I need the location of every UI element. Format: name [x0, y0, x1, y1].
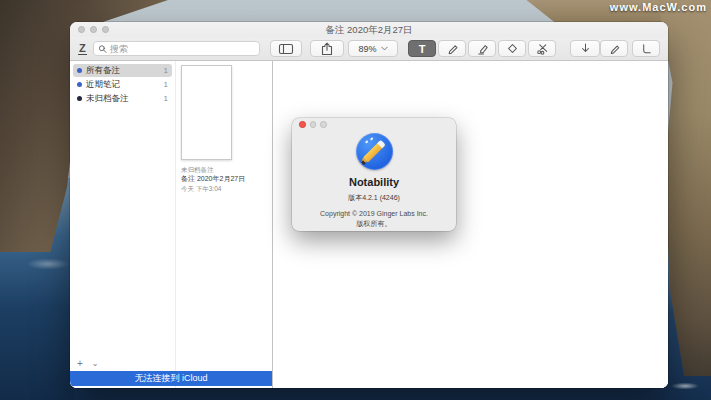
- sidebar-item-all-notes[interactable]: 所有备注 1: [73, 64, 172, 77]
- sidebar-toggle-icon: [278, 42, 294, 56]
- tool-group: T: [408, 40, 556, 57]
- desktop: www.MacW.com 备注 2020年2月27日 Z 89%: [0, 0, 711, 400]
- note-subject: 未归档备注: [181, 165, 247, 174]
- notability-app-icon: [356, 133, 393, 170]
- search-input[interactable]: [110, 44, 255, 54]
- dialog-minimize-button[interactable]: [310, 121, 317, 128]
- subject-label: 近期笔记: [86, 79, 120, 91]
- subject-dot-icon: [77, 82, 82, 87]
- app-version: 版本4.2.1 (4246): [292, 193, 456, 203]
- eraser-tool-button[interactable]: [498, 40, 526, 57]
- about-dialog-body: Notability 版本4.2.1 (4246) Copyright © 20…: [292, 133, 456, 229]
- toolbar: Z 89% T: [70, 37, 668, 61]
- window-content: 所有备注 1 近期笔记 1 未归档备注 1: [70, 61, 668, 388]
- diamond-eraser-icon: [506, 42, 519, 55]
- icloud-status-text: 无法连接到 iCloud: [134, 372, 207, 385]
- corner-icon: [640, 42, 653, 55]
- share-icon: [320, 42, 334, 56]
- zoom-level-value: 89%: [359, 44, 377, 54]
- note-timestamp: 今天 下午3:04: [181, 184, 247, 193]
- pen-tool-button[interactable]: [438, 40, 466, 57]
- scissors-icon: [536, 42, 549, 55]
- search-field[interactable]: [93, 41, 261, 56]
- download-arrow-button[interactable]: [570, 40, 600, 57]
- copyright-line1: Copyright © 2019 Ginger Labs Inc.: [292, 209, 456, 219]
- sidebar-toggle-button[interactable]: [270, 40, 302, 57]
- subject-count: 1: [164, 94, 168, 103]
- right-tool-group: [600, 40, 660, 57]
- dialog-zoom-button[interactable]: [320, 121, 327, 128]
- share-button[interactable]: [310, 40, 344, 57]
- app-name: Notability: [292, 176, 456, 188]
- subject-label: 未归档备注: [86, 93, 129, 105]
- pen-icon: [446, 42, 459, 55]
- pencil-icon: [608, 42, 621, 55]
- highlighter-icon: [476, 42, 489, 55]
- watermark-text: www.MacW.com: [610, 1, 707, 13]
- copyright-text: Copyright © 2019 Ginger Labs Inc. 版权所有。: [292, 209, 456, 229]
- notes-grid: 未归档备注 备注 2020年2月27日 今天 下午3:04: [176, 61, 272, 388]
- library-footer-controls: + ⌄: [70, 357, 272, 371]
- add-subject-button[interactable]: +: [77, 359, 83, 369]
- about-dialog: Notability 版本4.2.1 (4246) Copyright © 20…: [292, 118, 456, 231]
- dialog-close-button[interactable]: [299, 121, 306, 128]
- subject-dot-icon: [77, 96, 82, 101]
- page-corner-button[interactable]: [632, 40, 660, 57]
- highlighter-tool-button[interactable]: [468, 40, 496, 57]
- library-footer: + ⌄ 无法连接到 iCloud: [70, 357, 272, 386]
- text-tool-label: T: [419, 43, 426, 55]
- sidebar-item-recent-notes[interactable]: 近期笔记 1: [73, 78, 172, 91]
- subject-label: 所有备注: [86, 65, 120, 77]
- note-card-meta: 未归档备注 备注 2020年2月27日 今天 下午3:04: [181, 165, 247, 194]
- icloud-status-bar: 无法连接到 iCloud: [70, 371, 272, 386]
- text-tool-button[interactable]: T: [408, 40, 436, 57]
- subject-count: 1: [164, 80, 168, 89]
- note-thumbnail[interactable]: [181, 65, 232, 160]
- subjects-list: 所有备注 1 近期笔记 1 未归档备注 1: [70, 61, 176, 388]
- subject-dot-icon: [77, 68, 82, 73]
- search-icon: [98, 44, 107, 54]
- sidebar-item-unfiled-notes[interactable]: 未归档备注 1: [73, 92, 172, 105]
- handwriting-zoom-button[interactable]: [600, 40, 628, 57]
- footer-chevron-icon[interactable]: ⌄: [92, 360, 99, 368]
- z-icon[interactable]: Z: [78, 43, 87, 55]
- window-titlebar: 备注 2020年2月27日: [70, 22, 668, 37]
- copyright-line2: 版权所有。: [292, 219, 456, 229]
- note-title: 备注 2020年2月27日: [181, 174, 247, 184]
- down-arrow-icon: [579, 42, 592, 55]
- notability-window: 备注 2020年2月27日 Z 89% T: [70, 22, 668, 388]
- scissors-tool-button[interactable]: [528, 40, 556, 57]
- zoom-level-dropdown[interactable]: 89%: [348, 40, 398, 57]
- library-pane: 所有备注 1 近期笔记 1 未归档备注 1: [70, 61, 273, 388]
- pencil-logo-icon: [363, 141, 385, 163]
- chevron-down-icon: [381, 46, 388, 51]
- window-title: 备注 2020年2月27日: [70, 22, 668, 37]
- about-dialog-titlebar: [292, 118, 456, 131]
- subject-count: 1: [164, 66, 168, 75]
